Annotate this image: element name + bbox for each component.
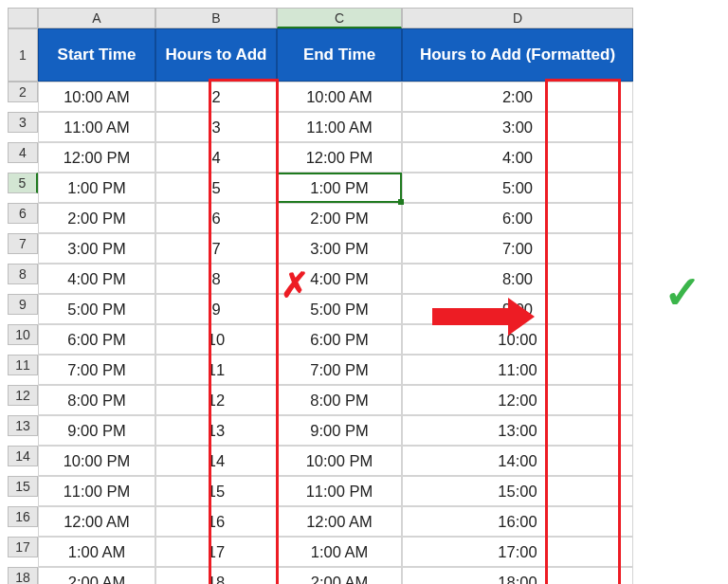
cell-C2[interactable]: 10:00 AM xyxy=(277,82,402,112)
cell-A12[interactable]: 8:00 PM xyxy=(38,385,155,415)
cell-B12[interactable]: 12 xyxy=(155,385,277,415)
cell-B3[interactable]: 3 xyxy=(155,112,277,142)
row-head-9[interactable]: 9 xyxy=(8,294,38,315)
cell-D15[interactable]: 15:00 xyxy=(402,476,633,506)
cell-A10[interactable]: 6:00 PM xyxy=(38,324,155,355)
cell-D3[interactable]: 3:00 xyxy=(402,112,633,142)
cell-C9[interactable]: 5:00 PM xyxy=(277,294,402,324)
cell-D17[interactable]: 17:00 xyxy=(402,537,633,567)
spreadsheet[interactable]: ABCD1Start TimeHours to AddEnd TimeHours… xyxy=(8,8,720,584)
cell-A13[interactable]: 9:00 PM xyxy=(38,415,155,446)
row-head-10[interactable]: 10 xyxy=(8,324,38,345)
cell-B13[interactable]: 13 xyxy=(155,415,277,446)
cell-B15[interactable]: 15 xyxy=(155,476,277,506)
row-head-4[interactable]: 4 xyxy=(8,142,38,163)
cell-C16[interactable]: 12:00 AM xyxy=(277,506,402,537)
cell-A15[interactable]: 11:00 PM xyxy=(38,476,155,506)
cell-D12[interactable]: 12:00 xyxy=(402,385,633,415)
cell-B17[interactable]: 17 xyxy=(155,537,277,567)
row-head-2[interactable]: 2 xyxy=(8,82,38,102)
header-A[interactable]: Start Time xyxy=(38,28,155,82)
cell-D9[interactable]: 9:00 xyxy=(402,294,633,324)
cell-B4[interactable]: 4 xyxy=(155,142,277,173)
cell-C10[interactable]: 6:00 PM xyxy=(277,324,402,355)
col-head-D[interactable]: D xyxy=(402,8,633,28)
cell-B16[interactable]: 16 xyxy=(155,506,277,537)
cell-D7[interactable]: 7:00 xyxy=(402,233,633,264)
cell-D11[interactable]: 11:00 xyxy=(402,355,633,385)
col-head-B[interactable]: B xyxy=(155,8,277,28)
cell-B11[interactable]: 11 xyxy=(155,355,277,385)
cell-C6[interactable]: 2:00 PM xyxy=(277,203,402,233)
select-all-corner[interactable] xyxy=(8,8,38,28)
col-head-A[interactable]: A xyxy=(38,8,155,28)
cell-C8[interactable]: 4:00 PM xyxy=(277,264,402,294)
header-D[interactable]: Hours to Add (Formatted) xyxy=(402,28,633,82)
row-head-1[interactable]: 1 xyxy=(8,28,38,82)
cell-C13[interactable]: 9:00 PM xyxy=(277,415,402,446)
cell-C11[interactable]: 7:00 PM xyxy=(277,355,402,385)
header-B[interactable]: Hours to Add xyxy=(155,28,277,82)
cell-A18[interactable]: 2:00 AM xyxy=(38,567,155,584)
cell-D4[interactable]: 4:00 xyxy=(402,142,633,173)
row-head-14[interactable]: 14 xyxy=(8,446,38,466)
cell-C3[interactable]: 11:00 AM xyxy=(277,112,402,142)
cell-A16[interactable]: 12:00 AM xyxy=(38,506,155,537)
cell-A4[interactable]: 12:00 PM xyxy=(38,142,155,173)
cell-C4[interactable]: 12:00 PM xyxy=(277,142,402,173)
row-head-12[interactable]: 12 xyxy=(8,385,38,406)
row-head-18[interactable]: 18 xyxy=(8,567,38,584)
row-head-13[interactable]: 13 xyxy=(8,415,38,436)
cell-A6[interactable]: 2:00 PM xyxy=(38,203,155,233)
cell-B9[interactable]: 9 xyxy=(155,294,277,324)
cell-D8[interactable]: 8:00 xyxy=(402,264,633,294)
cell-B18[interactable]: 18 xyxy=(155,567,277,584)
cell-D6[interactable]: 6:00 xyxy=(402,203,633,233)
cell-D5[interactable]: 5:00 xyxy=(402,173,633,203)
row-head-8[interactable]: 8 xyxy=(8,264,38,284)
cell-A7[interactable]: 3:00 PM xyxy=(38,233,155,264)
cell-B2[interactable]: 2 xyxy=(155,82,277,112)
cell-A9[interactable]: 5:00 PM xyxy=(38,294,155,324)
cell-B7[interactable]: 7 xyxy=(155,233,277,264)
cell-B8[interactable]: 8 xyxy=(155,264,277,294)
row-head-16[interactable]: 16 xyxy=(8,506,38,527)
row-head-3[interactable]: 3 xyxy=(8,112,38,133)
cell-D18[interactable]: 18:00 xyxy=(402,567,633,584)
cell-A8[interactable]: 4:00 PM xyxy=(38,264,155,294)
cell-C18[interactable]: 2:00 AM xyxy=(277,567,402,584)
cell-D14[interactable]: 14:00 xyxy=(402,446,633,476)
cell-D16[interactable]: 16:00 xyxy=(402,506,633,537)
header-C[interactable]: End Time xyxy=(277,28,402,82)
cell-A3[interactable]: 11:00 AM xyxy=(38,112,155,142)
row-head-5[interactable]: 5 xyxy=(8,173,38,193)
cell-A17[interactable]: 1:00 AM xyxy=(38,537,155,567)
row-head-11[interactable]: 11 xyxy=(8,355,38,375)
cell-B10[interactable]: 10 xyxy=(155,324,277,355)
col-head-C[interactable]: C xyxy=(277,8,402,28)
cell-C15[interactable]: 11:00 PM xyxy=(277,476,402,506)
cell-D2[interactable]: 2:00 xyxy=(402,82,633,112)
cell-D10[interactable]: 10:00 xyxy=(402,324,633,355)
cell-B14[interactable]: 14 xyxy=(155,446,277,476)
cell-C17[interactable]: 1:00 AM xyxy=(277,537,402,567)
cell-C12[interactable]: 8:00 PM xyxy=(277,385,402,415)
cell-A14[interactable]: 10:00 PM xyxy=(38,446,155,476)
row-head-15[interactable]: 15 xyxy=(8,476,38,497)
cell-D13[interactable]: 13:00 xyxy=(402,415,633,446)
cell-B6[interactable]: 6 xyxy=(155,203,277,233)
cell-A11[interactable]: 7:00 PM xyxy=(38,355,155,385)
row-head-7[interactable]: 7 xyxy=(8,233,38,254)
cell-C14[interactable]: 10:00 PM xyxy=(277,446,402,476)
row-head-17[interactable]: 17 xyxy=(8,537,38,557)
cell-A5[interactable]: 1:00 PM xyxy=(38,173,155,203)
cell-B5[interactable]: 5 xyxy=(155,173,277,203)
cell-C7[interactable]: 3:00 PM xyxy=(277,233,402,264)
cell-A2[interactable]: 10:00 AM xyxy=(38,82,155,112)
row-head-6[interactable]: 6 xyxy=(8,203,38,224)
cell-C5[interactable]: 1:00 PM xyxy=(277,173,402,203)
